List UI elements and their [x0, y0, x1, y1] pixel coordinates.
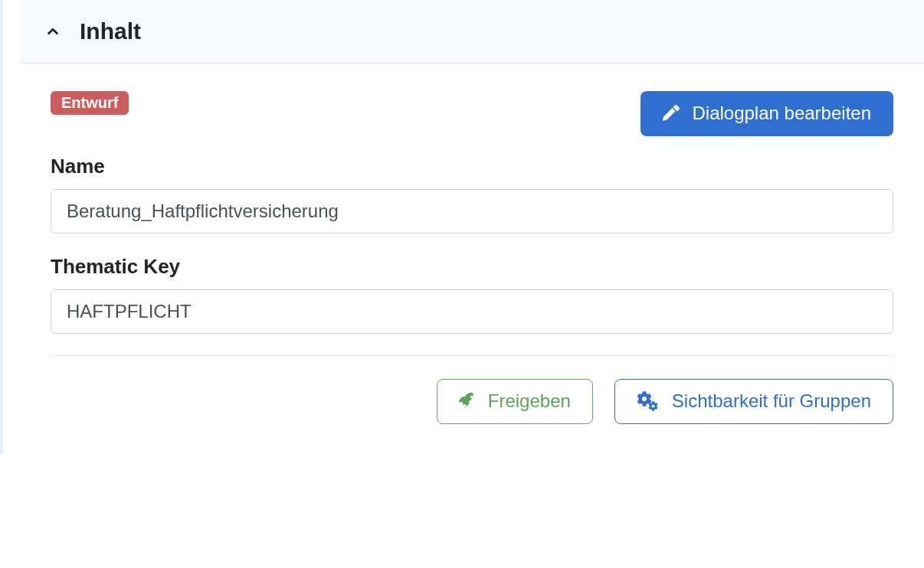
thematic-key-group: Thematic Key — [51, 255, 893, 334]
name-label: Name — [51, 155, 893, 178]
edit-dialogplan-label: Dialogplan bearbeiten — [692, 103, 871, 125]
panel-title: Inhalt — [80, 18, 141, 44]
divider — [51, 355, 893, 356]
rocket-icon — [459, 393, 476, 410]
name-input[interactable] — [51, 189, 893, 233]
name-group: Name — [51, 155, 893, 233]
visibility-groups-button[interactable]: Sichtbarkeit für Gruppen — [614, 379, 893, 424]
collapse-toggle[interactable] — [44, 23, 61, 40]
release-button[interactable]: Freigeben — [437, 379, 593, 424]
thematic-key-label: Thematic Key — [51, 255, 893, 279]
chevron-up-icon — [44, 23, 61, 40]
thematic-key-input[interactable] — [51, 289, 893, 334]
panel-header[interactable]: Inhalt — [20, 0, 924, 64]
edit-dialogplan-button[interactable]: Dialogplan bearbeiten — [641, 91, 893, 136]
gears-icon — [637, 391, 660, 411]
panel-body: Entwurf Dialogplan bearbeiten Name Thema… — [20, 64, 924, 455]
release-label: Freigeben — [488, 390, 571, 413]
status-badge: Entwurf — [51, 91, 129, 115]
visibility-groups-label: Sichtbarkeit für Gruppen — [672, 390, 871, 413]
pencil-icon — [663, 105, 680, 122]
footer-actions: Freigeben Sichtbarkeit für Gruppen — [51, 379, 893, 424]
